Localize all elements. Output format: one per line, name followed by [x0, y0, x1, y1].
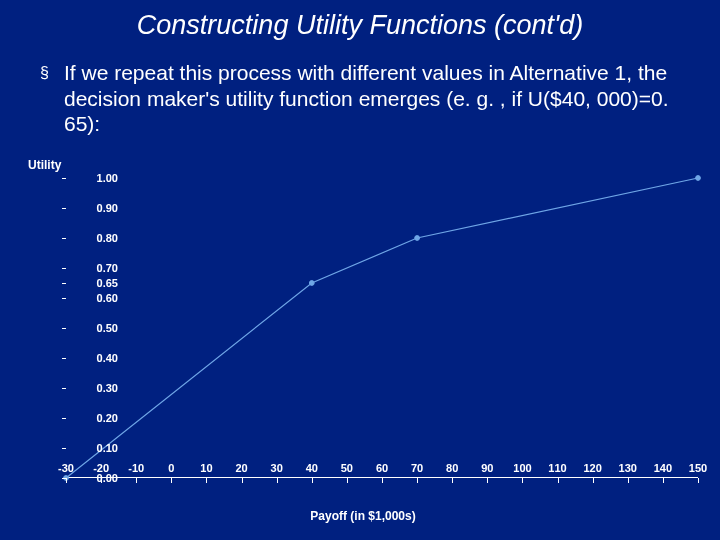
- x-tick-label: 140: [654, 462, 672, 474]
- x-tick: [417, 478, 418, 483]
- x-tick-label: 50: [341, 462, 353, 474]
- x-tick-label: 110: [548, 462, 566, 474]
- x-tick: [522, 478, 523, 483]
- y-tick: [62, 178, 66, 179]
- x-tick-label: -10: [128, 462, 144, 474]
- x-tick-label: 120: [583, 462, 601, 474]
- x-tick: [487, 478, 488, 483]
- y-tick: [62, 238, 66, 239]
- x-tick-label: 80: [446, 462, 458, 474]
- x-tick-label: 20: [235, 462, 247, 474]
- x-tick: [663, 478, 664, 483]
- x-tick-label: 70: [411, 462, 423, 474]
- y-tick: [62, 268, 66, 269]
- chart-line: [66, 178, 698, 478]
- x-tick: [171, 478, 172, 483]
- y-tick: [62, 358, 66, 359]
- x-tick: [698, 478, 699, 483]
- x-tick: [382, 478, 383, 483]
- y-tick-label: 0.30: [97, 382, 118, 394]
- x-tick: [558, 478, 559, 483]
- y-tick: [62, 388, 66, 389]
- x-tick: [206, 478, 207, 483]
- utility-line: [66, 178, 698, 478]
- y-tick-label: 0.40: [97, 352, 118, 364]
- data-point: [696, 176, 701, 181]
- y-tick: [62, 328, 66, 329]
- x-tick: [593, 478, 594, 483]
- x-tick-label: 0: [168, 462, 174, 474]
- y-tick-label: 0.90: [97, 202, 118, 214]
- page-title: Constructing Utility Functions (cont'd): [0, 10, 720, 41]
- data-point: [309, 281, 314, 286]
- x-tick-label: 90: [481, 462, 493, 474]
- y-tick-label: 0.60: [97, 292, 118, 304]
- plot-area: [66, 178, 698, 478]
- x-tick-label: 150: [689, 462, 707, 474]
- y-tick-label: 0.80: [97, 232, 118, 244]
- y-tick: [62, 283, 66, 284]
- slide: Constructing Utility Functions (cont'd) …: [0, 0, 720, 540]
- x-tick: [136, 478, 137, 483]
- y-tick-label: 0.20: [97, 412, 118, 424]
- utility-chart: Utility Payoff (in $1,000s) 0.000.100.20…: [18, 158, 708, 523]
- body-text: § If we repeat this process with differe…: [40, 60, 690, 137]
- x-tick-label: 100: [513, 462, 531, 474]
- bullet-text: If we repeat this process with different…: [64, 60, 690, 137]
- y-tick-label: 0.65: [97, 277, 118, 289]
- y-tick-label: 0.70: [97, 262, 118, 274]
- y-tick: [62, 448, 66, 449]
- y-tick-label: 0.10: [97, 442, 118, 454]
- y-axis-title: Utility: [28, 158, 61, 172]
- y-tick: [62, 298, 66, 299]
- bullet-item: § If we repeat this process with differe…: [40, 60, 690, 137]
- y-tick-label: 0.50: [97, 322, 118, 334]
- y-tick: [62, 418, 66, 419]
- x-tick-label: 130: [619, 462, 637, 474]
- x-tick: [347, 478, 348, 483]
- x-tick: [242, 478, 243, 483]
- x-tick-label: 40: [306, 462, 318, 474]
- x-axis-title: Payoff (in $1,000s): [18, 509, 708, 523]
- x-tick-label: 60: [376, 462, 388, 474]
- x-tick: [628, 478, 629, 483]
- x-tick-label: 10: [200, 462, 212, 474]
- y-tick-label: 1.00: [97, 172, 118, 184]
- x-tick-label: -20: [93, 462, 109, 474]
- x-tick-label: -30: [58, 462, 74, 474]
- bullet-symbol: §: [40, 60, 64, 137]
- y-tick: [62, 208, 66, 209]
- x-tick: [312, 478, 313, 483]
- data-point: [415, 236, 420, 241]
- x-tick-label: 30: [271, 462, 283, 474]
- x-tick: [277, 478, 278, 483]
- x-tick: [66, 478, 67, 483]
- x-tick: [452, 478, 453, 483]
